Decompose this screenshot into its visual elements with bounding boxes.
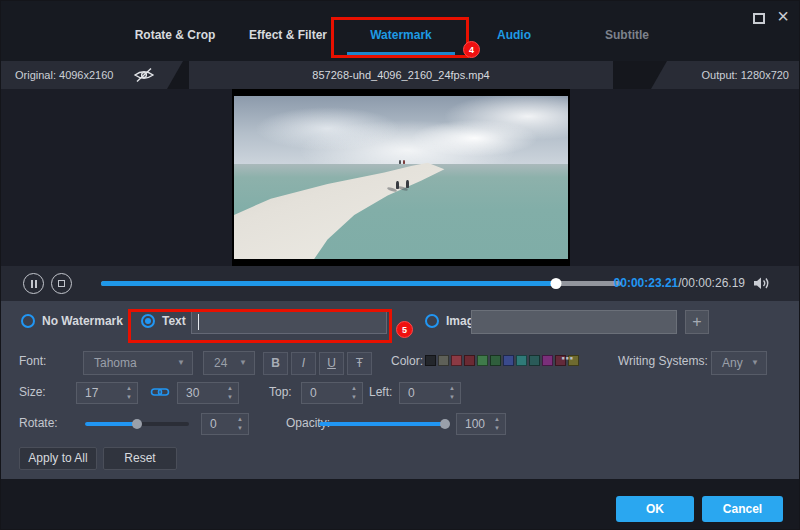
rotate-stepper[interactable]: 0 ▲▼: [201, 413, 249, 435]
chevron-down-icon: ▼: [239, 352, 247, 374]
italic-button[interactable]: I: [291, 352, 316, 375]
stop-button[interactable]: [51, 273, 72, 294]
tab-subtitle[interactable]: Subtitle: [571, 28, 683, 42]
stepper-arrows[interactable]: ▲▼: [237, 415, 243, 433]
annotation-step-badge: 4: [463, 41, 480, 58]
color-swatch[interactable]: [464, 355, 475, 366]
color-swatches: [425, 355, 579, 366]
ok-button[interactable]: OK: [616, 496, 694, 522]
no-watermark-label: No Watermark: [42, 314, 123, 328]
tab-watermark[interactable]: Watermark: [345, 28, 457, 42]
volume-icon[interactable]: [753, 276, 772, 295]
size-label: Size:: [19, 385, 46, 399]
stepper-arrows[interactable]: ▲▼: [494, 415, 500, 433]
seek-bar-fill: [101, 281, 556, 286]
opacity-slider[interactable]: [319, 422, 449, 426]
stepper-arrows[interactable]: ▲▼: [126, 384, 132, 402]
cancel-button[interactable]: Cancel: [702, 496, 783, 522]
color-label: Color:: [391, 354, 423, 368]
close-icon[interactable]: ×: [777, 7, 789, 25]
stepper-arrows[interactable]: ▲▼: [351, 384, 357, 402]
time-display: 00:00:23.21/00:00:26.19: [614, 276, 745, 290]
color-swatch[interactable]: [451, 355, 462, 366]
tab-effect-filter[interactable]: Effect & Filter: [232, 28, 344, 42]
pause-icon: [31, 280, 33, 288]
left-label: Left:: [369, 385, 392, 399]
text-radio[interactable]: [141, 314, 155, 328]
tab-rotate-crop[interactable]: Rotate & Crop: [119, 28, 231, 42]
stepper-arrows[interactable]: ▲▼: [449, 384, 455, 402]
color-swatch[interactable]: [503, 355, 514, 366]
tab-watermark-label: Watermark: [370, 28, 432, 42]
add-image-button[interactable]: +: [685, 310, 709, 334]
maximize-icon[interactable]: [753, 13, 765, 24]
size-height-stepper[interactable]: 30 ▲▼: [177, 382, 239, 404]
chevron-down-icon: ▼: [177, 352, 185, 374]
no-watermark-radio[interactable]: [21, 314, 35, 328]
video-preview-area: [1, 89, 800, 266]
top-label: Top:: [269, 385, 292, 399]
rotate-label: Rotate:: [19, 416, 58, 430]
info-bar: Original: 4096x2160 857268-uhd_4096_2160…: [1, 61, 800, 89]
original-resolution: Original: 4096x2160: [1, 61, 183, 89]
color-swatch[interactable]: [425, 355, 436, 366]
tab-audio[interactable]: Audio: [458, 28, 570, 42]
total-time: 00:00:26.19: [682, 276, 745, 290]
bold-button[interactable]: B: [263, 352, 288, 375]
color-swatch[interactable]: [490, 355, 501, 366]
seek-bar[interactable]: [101, 281, 621, 286]
annotation-step-badge: 5: [396, 321, 413, 338]
no-watermark-option[interactable]: No Watermark: [21, 314, 123, 328]
color-swatch[interactable]: [529, 355, 540, 366]
more-colors-button[interactable]: ⋯: [561, 351, 575, 366]
tab-bar: Rotate & Crop Effect & Filter Watermark …: [119, 28, 683, 42]
color-swatch[interactable]: [438, 355, 449, 366]
rotate-slider-thumb[interactable]: [132, 419, 142, 429]
top-stepper[interactable]: 0 ▲▼: [301, 382, 363, 404]
active-tab-underline: [347, 52, 455, 55]
watermark-image-input[interactable]: [471, 310, 677, 334]
watermark-text-input[interactable]: [191, 310, 387, 334]
rotate-slider[interactable]: [85, 422, 189, 426]
writing-systems-label: Writing Systems:: [618, 354, 708, 368]
underline-button[interactable]: U: [319, 352, 344, 375]
eye-slash-icon[interactable]: [133, 67, 155, 85]
link-dimensions-icon[interactable]: [150, 385, 170, 403]
image-radio[interactable]: [425, 314, 439, 328]
left-stepper[interactable]: 0 ▲▼: [399, 382, 461, 404]
chevron-down-icon: ▼: [751, 352, 759, 374]
video-frame[interactable]: [232, 89, 570, 266]
sky: [234, 96, 568, 164]
text-label: Text: [162, 314, 186, 328]
size-width-stepper[interactable]: 17 ▲▼: [76, 382, 138, 404]
text-cursor: [198, 314, 199, 330]
pause-button[interactable]: [23, 273, 44, 294]
title-bar: Rotate & Crop Effect & Filter Watermark …: [1, 1, 800, 61]
color-swatch[interactable]: [542, 355, 553, 366]
filename: 857268-uhd_4096_2160_24fps.mp4: [189, 61, 613, 89]
font-family-dropdown[interactable]: Tahoma ▼: [83, 351, 193, 375]
player-bar: 00:00:23.21/00:00:26.19: [1, 266, 800, 301]
writing-systems-dropdown[interactable]: Any ▼: [711, 351, 767, 375]
watermark-dialog: Rotate & Crop Effect & Filter Watermark …: [0, 0, 800, 530]
seek-bar-thumb[interactable]: [551, 278, 562, 289]
opacity-slider-thumb[interactable]: [440, 419, 450, 429]
dialog-footer: OK Cancel: [1, 479, 800, 530]
current-time: 00:00:23.21: [614, 276, 679, 290]
font-size-dropdown[interactable]: 24 ▼: [203, 351, 255, 375]
beach-video-still: [234, 96, 568, 259]
output-resolution: Output: 1280x720: [651, 61, 800, 89]
opacity-slider-fill: [319, 422, 449, 426]
opacity-stepper[interactable]: 100 ▲▼: [456, 413, 506, 435]
reset-button[interactable]: Reset: [103, 447, 177, 470]
strikethrough-button[interactable]: Ŧ: [347, 352, 372, 375]
stop-icon: [58, 280, 65, 287]
person: [406, 180, 409, 188]
stepper-arrows[interactable]: ▲▼: [227, 384, 233, 402]
original-resolution-label: Original: 4096x2160: [15, 69, 113, 81]
apply-to-all-button[interactable]: Apply to All: [19, 447, 97, 470]
text-watermark-option[interactable]: Text: [141, 314, 186, 328]
color-swatch[interactable]: [516, 355, 527, 366]
color-swatch[interactable]: [477, 355, 488, 366]
window-controls: ×: [753, 7, 789, 25]
